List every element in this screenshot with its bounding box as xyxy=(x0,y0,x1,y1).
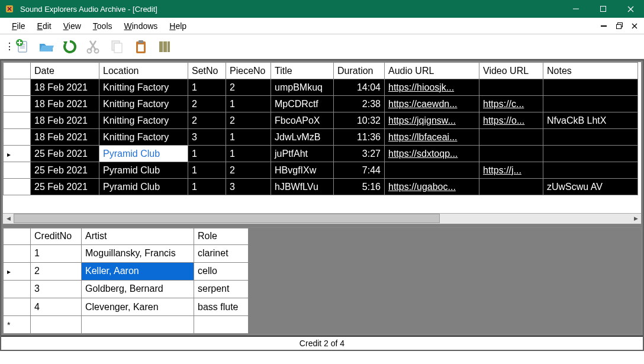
cell[interactable]: MpCDRctf xyxy=(271,96,334,112)
table-row[interactable]: 18 Feb 2021Knitting Factory12umpBMkuq14:… xyxy=(4,79,638,96)
cell[interactable]: 1 xyxy=(188,179,226,195)
open-button[interactable] xyxy=(36,37,57,57)
cell[interactable]: 2 xyxy=(226,112,271,129)
cell[interactable]: HBvgfIXw xyxy=(271,162,334,179)
row-header[interactable] xyxy=(4,244,31,262)
row-header[interactable] xyxy=(4,316,31,334)
col-duration[interactable]: Duration xyxy=(334,63,385,79)
cell[interactable]: Pyramid Club xyxy=(99,162,188,179)
menu-windows[interactable]: Windows xyxy=(118,19,164,33)
table-row[interactable]: 2Keller, Aaroncello xyxy=(4,262,249,280)
cell[interactable]: https://hioosjk... xyxy=(385,79,479,96)
table-row[interactable]: 18 Feb 2021Knitting Factory21MpCDRctf2:3… xyxy=(4,96,638,112)
cell[interactable]: 1 xyxy=(188,162,226,179)
cell[interactable]: https://lbfaceai... xyxy=(385,129,479,146)
cell[interactable]: 18 Feb 2021 xyxy=(31,129,99,146)
mdi-restore-button[interactable] xyxy=(613,21,625,31)
new-button[interactable] xyxy=(12,37,33,57)
cell[interactable]: https://sdxtoqp... xyxy=(385,146,479,162)
col-notes[interactable]: Notes xyxy=(543,63,638,79)
cell[interactable]: 2 xyxy=(226,162,271,179)
cell[interactable]: Moguillansky, Francis xyxy=(82,244,194,262)
col-pieceno[interactable]: PieceNo xyxy=(226,63,271,79)
cell[interactable]: 3 xyxy=(31,280,82,298)
table-row[interactable]: 25 Feb 2021Pyramid Club12HBvgfIXw7:44htt… xyxy=(4,162,638,179)
cell[interactable]: Clevenger, Karen xyxy=(82,298,194,315)
cell[interactable] xyxy=(194,316,249,334)
row-header[interactable] xyxy=(4,280,31,298)
cell[interactable]: bass flute xyxy=(194,298,249,315)
columns-button[interactable] xyxy=(154,37,175,57)
cell[interactable]: 1 xyxy=(226,146,271,162)
col-setno[interactable]: SetNo xyxy=(188,63,226,79)
scroll-right-icon[interactable]: ▶ xyxy=(630,214,641,223)
table-row[interactable]: 25 Feb 2021Pyramid Club11juPtfAht3:27htt… xyxy=(4,146,638,162)
row-header[interactable] xyxy=(4,262,31,280)
cell[interactable]: 18 Feb 2021 xyxy=(31,112,99,129)
cell[interactable] xyxy=(479,179,543,195)
cell[interactable]: Pyramid Club xyxy=(99,146,188,162)
menu-file[interactable]: File xyxy=(6,19,31,33)
cell[interactable] xyxy=(543,162,638,179)
cell[interactable] xyxy=(479,129,543,146)
scroll-track[interactable] xyxy=(14,214,630,223)
cell[interactable]: Knitting Factory xyxy=(99,79,188,96)
row-header[interactable] xyxy=(4,129,31,146)
credits-grid[interactable]: CreditNo Artist Role 1Moguillansky, Fran… xyxy=(3,228,641,334)
menu-tools[interactable]: Tools xyxy=(87,19,118,33)
cell[interactable]: 1 xyxy=(226,129,271,146)
row-header[interactable] xyxy=(4,112,31,129)
row-header[interactable] xyxy=(4,162,31,179)
maximize-button[interactable] xyxy=(590,0,617,18)
cell[interactable]: Knitting Factory xyxy=(99,129,188,146)
col-role[interactable]: Role xyxy=(194,228,249,244)
menu-view[interactable]: View xyxy=(57,19,87,33)
cell[interactable]: 1 xyxy=(31,244,82,262)
cell[interactable] xyxy=(543,96,638,112)
cell[interactable]: 25 Feb 2021 xyxy=(31,146,99,162)
cell[interactable]: 1 xyxy=(188,79,226,96)
refresh-button[interactable] xyxy=(59,37,80,57)
table-row[interactable]: 25 Feb 2021Pyramid Club13hJBWfLVu5:16htt… xyxy=(4,179,638,195)
cell[interactable]: 10:32 xyxy=(334,112,385,129)
copy-button[interactable] xyxy=(107,37,128,57)
new-row[interactable] xyxy=(4,316,249,334)
menu-edit[interactable]: Edit xyxy=(31,19,57,33)
cell[interactable]: JdwLvMzB xyxy=(271,129,334,146)
row-header[interactable] xyxy=(4,96,31,112)
row-header-corner[interactable] xyxy=(4,63,31,79)
cell[interactable]: juPtfAht xyxy=(271,146,334,162)
cell[interactable]: 2 xyxy=(188,96,226,112)
table-row[interactable]: 18 Feb 2021Knitting Factory22FbcoAPoX10:… xyxy=(4,112,638,129)
row-header[interactable] xyxy=(4,179,31,195)
cell[interactable] xyxy=(31,316,82,334)
pieces-hscroll[interactable]: ◀ ▶ xyxy=(3,213,641,224)
cell[interactable]: https://jqignsw... xyxy=(385,112,479,129)
col-audio-url[interactable]: Audio URL xyxy=(385,63,479,79)
mdi-minimize-button[interactable] xyxy=(598,21,610,31)
cell[interactable] xyxy=(543,146,638,162)
col-artist[interactable]: Artist xyxy=(82,228,194,244)
col-title[interactable]: Title xyxy=(271,63,334,79)
cell[interactable]: 11:36 xyxy=(334,129,385,146)
table-row[interactable]: 4Clevenger, Karenbass flute xyxy=(4,298,249,315)
cell[interactable]: Knitting Factory xyxy=(99,96,188,112)
cell[interactable]: hJBWfLVu xyxy=(271,179,334,195)
cell[interactable]: 3 xyxy=(188,129,226,146)
cell[interactable]: 18 Feb 2021 xyxy=(31,79,99,96)
scroll-left-icon[interactable]: ◀ xyxy=(3,214,14,223)
col-video-url[interactable]: Video URL xyxy=(479,63,543,79)
cell[interactable]: Knitting Factory xyxy=(99,112,188,129)
col-date[interactable]: Date xyxy=(31,63,99,79)
scroll-thumb[interactable] xyxy=(14,214,440,223)
cell[interactable] xyxy=(479,146,543,162)
cell[interactable]: 1 xyxy=(226,96,271,112)
cell[interactable]: https://o... xyxy=(479,112,543,129)
close-button[interactable] xyxy=(617,0,644,18)
cell[interactable]: serpent xyxy=(194,280,249,298)
row-header[interactable] xyxy=(4,298,31,315)
table-row[interactable]: 18 Feb 2021Knitting Factory31JdwLvMzB11:… xyxy=(4,129,638,146)
cell[interactable]: 2 xyxy=(188,112,226,129)
minimize-button[interactable] xyxy=(562,0,590,18)
row-header-corner[interactable] xyxy=(4,228,31,244)
